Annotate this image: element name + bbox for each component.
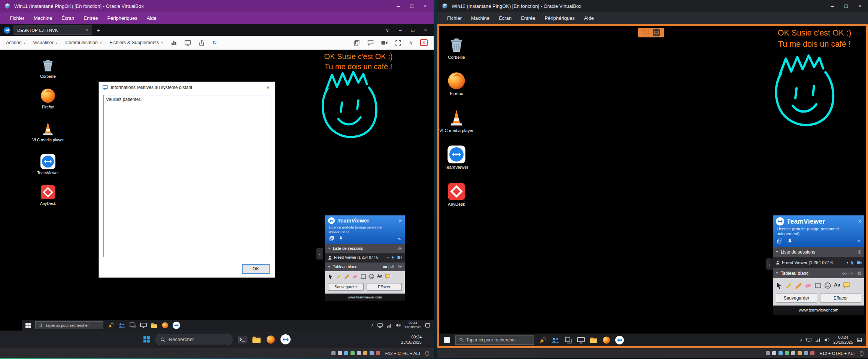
toolbar-menu-fichiers[interactable]: Fichiers & Suppléments∨ [110,40,164,45]
chat-icon[interactable] [367,40,374,46]
tool-smiley-icon[interactable] [824,282,831,289]
menu-item-aide[interactable]: Aide [147,15,157,21]
volume-icon[interactable] [824,337,829,343]
teamviewer-taskbar-icon[interactable] [173,322,180,329]
tool-highlighter-icon[interactable] [795,282,802,289]
close-session-button[interactable]: × [420,39,428,46]
close-button[interactable]: × [424,3,427,9]
sessions-section-header[interactable]: ▼ Liste de sessions [773,247,864,257]
tool-speech-bubble-icon[interactable] [843,282,850,289]
menu-item-peripheriques[interactable]: Périphériques [544,15,574,21]
tool-speech-bubble-icon[interactable] [385,274,391,279]
network-icon[interactable] [815,337,820,343]
whiteboard-section-header[interactable]: ▼ Tableau blanc on | off [325,263,405,271]
menu-item-aide[interactable]: Aide [584,15,594,21]
desktop-icon-anydesk[interactable]: AnyDesk [440,182,473,206]
taskbar-clock[interactable]: 00:24 23/10/2025 [833,335,853,345]
toolbar-menu-communication[interactable]: Communication∨ [65,40,102,45]
tab-list-chevron-icon[interactable]: ∨ [386,27,389,33]
recording-icon[interactable] [376,351,380,355]
usb-icon[interactable] [357,351,361,355]
party-icon[interactable] [539,336,547,344]
fullscreen-icon[interactable] [395,40,401,46]
minimize-button[interactable]: – [397,3,400,9]
tray-chevron-icon[interactable]: ∧ [371,323,374,327]
desktop-icon-vlc[interactable]: VLC media player [440,108,473,133]
session-row[interactable]: Freed Viewer (1 254 077 6 ▾ [773,257,864,268]
contacts-icon[interactable] [118,322,125,329]
firefox-taskbar-icon[interactable] [162,322,169,329]
gear-icon[interactable] [857,271,862,276]
menu-item-machine[interactable]: Machine [34,15,52,21]
titlebar[interactable]: Win11 (Instantané PingOK) [En fonction] … [0,0,434,12]
screen-share-icon[interactable] [185,40,191,46]
caret-down-icon[interactable]: ▾ [847,261,848,264]
menu-item-ecran[interactable]: Écran [499,15,512,21]
whiteboard-off-toggle[interactable]: off [850,271,853,275]
shared-folders-icon[interactable] [363,351,367,355]
menu-item-machine[interactable]: Machine [471,15,489,21]
dialog-ok-button[interactable]: OK [242,264,270,274]
whiteboard-section-header[interactable]: ▼ Tableau blanc on | off [773,268,864,278]
recording-icon[interactable] [810,351,814,355]
panel-collapse-handle[interactable]: ‹ [316,248,323,260]
whiteboard-on-toggle[interactable]: on [383,265,387,269]
clear-button[interactable]: Effacer [820,294,861,303]
volume-icon[interactable] [395,323,401,328]
party-icon[interactable] [107,322,114,329]
panel-close-icon[interactable]: × [858,218,861,224]
clear-button[interactable]: Effacer [367,283,402,291]
task-view-icon[interactable] [564,336,572,344]
tool-cursor-icon[interactable] [776,282,783,289]
desktop-icon-anydesk[interactable]: AnyDesk [34,184,62,206]
tool-rectangle-icon[interactable] [361,274,366,279]
save-button[interactable]: Sauvegarder [328,283,364,291]
grip-icon[interactable] [643,30,650,35]
taskbar-clock[interactable]: 00:24 23/10/2025 [404,321,421,329]
menu-item-fichier[interactable]: Fichier [10,15,24,21]
notifications-icon[interactable] [857,337,862,343]
remote-cursor-icon[interactable] [391,255,395,260]
session-tab[interactable]: DESKTOP-LJTTNVK × [13,25,92,35]
tool-smiley-icon[interactable] [369,274,374,279]
collapse-panel-icon[interactable]: « [858,238,860,244]
windows-start-button[interactable] [143,336,150,343]
chevron-up-icon[interactable]: ∧ [409,40,413,45]
minimize-button[interactable]: – [831,3,834,9]
notifications-icon[interactable] [425,323,430,328]
dialog-titlebar[interactable]: Informations relatives au système distan… [99,82,275,93]
audio-icon[interactable] [344,351,348,355]
close-button[interactable]: × [858,3,861,9]
desktop-icon-firefox[interactable]: Firefox [440,71,473,96]
panel-expand-handle[interactable]: › [766,258,773,270]
video-icon[interactable] [857,261,862,265]
firefox-taskbar-icon[interactable] [603,336,610,344]
desktop-icon-corbeille[interactable]: Corbeille [34,57,62,79]
tool-cursor-icon[interactable] [328,274,333,279]
task-view-icon[interactable] [129,322,136,329]
taskbar-search-box[interactable]: Taper ici pour rechercher [35,321,103,329]
teamviewer-taskbar-icon[interactable] [615,336,624,344]
optical-disc-icon[interactable] [338,351,342,355]
desktop-icon-teamviewer[interactable]: TeamViewer [440,145,473,169]
gear-icon[interactable] [398,264,402,269]
display-icon[interactable] [370,351,374,355]
app-restore-button[interactable]: □ [412,27,415,33]
camera-icon[interactable] [381,40,388,45]
start-button[interactable] [443,337,450,344]
desktop-icon-firefox[interactable]: Firefox [34,88,62,109]
tab-close-icon[interactable]: × [86,28,88,33]
host-search-box[interactable]: Rechercher [155,334,233,345]
tool-pen-icon[interactable] [785,282,792,289]
shared-folders-icon[interactable] [798,351,802,355]
display-icon[interactable] [804,351,808,355]
file-explorer-icon[interactable] [590,336,598,344]
pin-icon[interactable] [787,238,793,244]
toolbar-menu-visualiser[interactable]: Visualiser∨ [33,40,58,45]
save-button[interactable]: Sauvegarder [776,294,817,303]
display-app-icon[interactable] [577,336,585,344]
new-tab-button[interactable]: + [95,27,101,33]
firefox-taskbar-icon[interactable] [266,335,275,344]
menu-item-entree[interactable]: Entrée [521,15,535,21]
display-tray-icon[interactable] [377,323,383,328]
